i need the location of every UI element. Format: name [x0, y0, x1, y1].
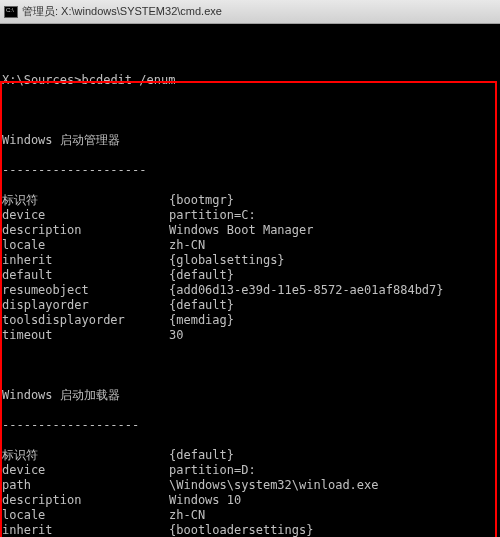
row-key: resumeobject — [2, 283, 169, 298]
row-key: default — [2, 268, 169, 283]
row-value: Windows 10 — [169, 493, 498, 508]
row-key: description — [2, 493, 169, 508]
row-key: path — [2, 478, 169, 493]
output-row: descriptionWindows Boot Manager — [2, 223, 498, 238]
output-row: inherit{bootloadersettings} — [2, 523, 498, 537]
terminal-output[interactable]: X:\Sources>bcdedit /enum Windows 启动管理器 -… — [0, 24, 500, 537]
row-value: Windows Boot Manager — [169, 223, 498, 238]
output-row: inherit{globalsettings} — [2, 253, 498, 268]
row-value: zh-CN — [169, 238, 498, 253]
row-value: {default} — [169, 448, 498, 463]
row-value: partition=C: — [169, 208, 498, 223]
output-row: resumeobject{add06d13-e39d-11e5-8572-ae0… — [2, 283, 498, 298]
output-row: displayorder{default} — [2, 298, 498, 313]
row-key: description — [2, 223, 169, 238]
cmd-icon — [4, 6, 18, 18]
section-title-boot-loader: Windows 启动加载器 — [2, 388, 498, 403]
row-key: timeout — [2, 328, 169, 343]
output-row: toolsdisplayorder{memdiag} — [2, 313, 498, 328]
row-key: locale — [2, 508, 169, 523]
section-divider: ------------------- — [2, 418, 498, 433]
row-key: 标识符 — [2, 448, 169, 463]
output-row: 标识符{default} — [2, 448, 498, 463]
row-value: {globalsettings} — [169, 253, 498, 268]
output-row: localezh-CN — [2, 238, 498, 253]
section-divider: -------------------- — [2, 163, 498, 178]
row-value: {bootloadersettings} — [169, 523, 498, 537]
output-row: default{default} — [2, 268, 498, 283]
prompt-command: bcdedit /enum — [81, 73, 175, 88]
row-value: \Windows\system32\winload.exe — [169, 478, 498, 493]
output-row: devicepartition=D: — [2, 463, 498, 478]
row-key: locale — [2, 238, 169, 253]
row-value: partition=D: — [169, 463, 498, 478]
row-value: {add06d13-e39d-11e5-8572-ae01af884bd7} — [169, 283, 498, 298]
row-value: {default} — [169, 268, 498, 283]
prompt-path: X:\Sources> — [2, 73, 81, 88]
window-title: 管理员: X:\windows\SYSTEM32\cmd.exe — [22, 4, 222, 19]
output-row: path\Windows\system32\winload.exe — [2, 478, 498, 493]
row-key: inherit — [2, 523, 169, 537]
prompt-line: X:\Sources>bcdedit /enum — [2, 73, 498, 88]
output-row: descriptionWindows 10 — [2, 493, 498, 508]
boot-manager-rows: 标识符{bootmgr}devicepartition=C:descriptio… — [2, 193, 498, 343]
boot-loader-rows: 标识符{default}devicepartition=D:path\Windo… — [2, 448, 498, 537]
row-key: inherit — [2, 253, 169, 268]
window-titlebar[interactable]: 管理员: X:\windows\SYSTEM32\cmd.exe — [0, 0, 500, 24]
row-key: toolsdisplayorder — [2, 313, 169, 328]
section-title-boot-manager: Windows 启动管理器 — [2, 133, 498, 148]
row-value: {default} — [169, 298, 498, 313]
output-row: timeout30 — [2, 328, 498, 343]
output-row: localezh-CN — [2, 508, 498, 523]
output-row: 标识符{bootmgr} — [2, 193, 498, 208]
output-row: devicepartition=C: — [2, 208, 498, 223]
row-key: displayorder — [2, 298, 169, 313]
row-value: {memdiag} — [169, 313, 498, 328]
row-key: device — [2, 463, 169, 478]
row-value: {bootmgr} — [169, 193, 498, 208]
row-key: device — [2, 208, 169, 223]
row-value: zh-CN — [169, 508, 498, 523]
row-key: 标识符 — [2, 193, 169, 208]
row-value: 30 — [169, 328, 498, 343]
